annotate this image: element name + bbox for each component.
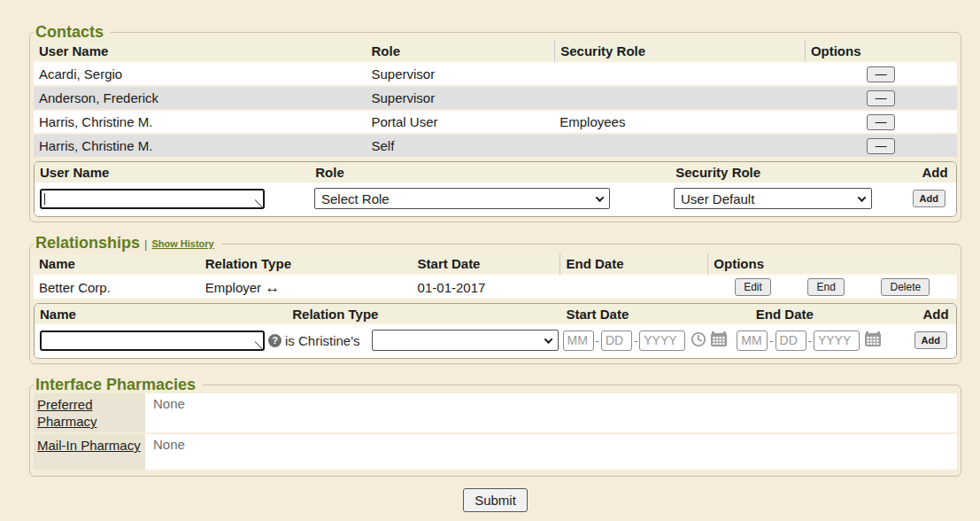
contact-role: Self — [366, 135, 554, 159]
relationship-row: Better Corp. Employer ↔ 01-01-2017 Edit … — [34, 276, 957, 300]
add-relationship-row: ? is Christine's - - - — [35, 324, 956, 358]
contact-role: Portal User — [366, 111, 554, 135]
contacts-title: Contacts — [35, 23, 104, 41]
relationships-legend: Relationships | Show History — [34, 234, 221, 253]
bidirectional-arrow-icon: ↔ — [265, 279, 280, 296]
add-relationship-header: Name Relation Type Start Date End Date A… — [35, 304, 956, 324]
relationship-edit-button[interactable]: Edit — [735, 278, 771, 296]
contact-role: Supervisor — [366, 87, 554, 111]
col-user-name: User Name — [34, 41, 366, 63]
legend-separator: | — [144, 237, 147, 251]
col-options: Options — [805, 41, 957, 63]
col-name: Name — [34, 253, 200, 276]
resize-grip-icon — [255, 341, 263, 349]
add-relationship-button[interactable]: Add — [914, 331, 947, 349]
col-relation-type: Relation Type — [200, 253, 413, 276]
relationship-end-button[interactable]: End — [807, 278, 844, 296]
end-day-input[interactable] — [776, 330, 806, 351]
relationships-section: Relationships | Show History Name Relati… — [29, 234, 961, 364]
relationship-type: Employer ↔ — [200, 276, 413, 300]
date-separator: - — [808, 334, 812, 347]
contact-role-selected-value: Select Role — [321, 191, 390, 206]
contact-row: Harris, Christine M. Portal User Employe… — [34, 111, 957, 135]
contact-user-name: Acardi, Sergio — [34, 63, 366, 87]
add-contact-box: User Name Role Security Role Add Select … — [34, 161, 957, 217]
contacts-section: Contacts User Name Role Security Role Op… — [29, 23, 961, 222]
contact-remove-button[interactable]: — — [867, 138, 895, 154]
relationships-title: Relationships — [35, 234, 140, 252]
contact-security-role — [554, 87, 805, 111]
add-relationship-box: Name Relation Type Start Date End Date A… — [34, 303, 957, 359]
submit-button[interactable]: Submit — [463, 488, 528, 512]
contacts-legend: Contacts — [34, 23, 111, 41]
date-separator: - — [596, 334, 599, 347]
pharmacies-section: Interface Pharmacies Preferred Pharmacy … — [29, 376, 961, 477]
text-caret — [44, 193, 45, 205]
contact-row: Anderson, Frederick Supervisor — — [34, 87, 957, 111]
chevron-down-icon — [596, 193, 605, 202]
pharmacy-row: Preferred Pharmacy None — [34, 393, 957, 434]
relationship-start-date: 01-01-2017 — [413, 276, 560, 300]
calendar-icon[interactable] — [864, 330, 882, 350]
end-month-input[interactable] — [737, 330, 768, 351]
mail-in-pharmacy-label: Mail-In Pharmacy — [34, 434, 145, 470]
col-start-date: Start Date — [413, 253, 560, 276]
col-end-date: End Date — [559, 253, 707, 276]
help-icon[interactable]: ? — [268, 334, 282, 347]
add-col-end-date: End Date — [751, 304, 915, 324]
contact-security-role-select[interactable]: User Default — [674, 188, 872, 209]
contact-user-name: Harris, Christine M. — [34, 135, 366, 159]
relation-type-label: Employer — [205, 280, 261, 295]
chevron-down-icon — [858, 193, 867, 202]
add-col-add: Add — [915, 304, 956, 324]
add-col-start-date: Start Date — [560, 304, 750, 324]
start-day-input[interactable] — [601, 330, 632, 351]
start-month-input[interactable] — [563, 330, 594, 351]
contact-remove-button[interactable]: — — [867, 90, 895, 106]
relationships-table: Name Relation Type Start Date End Date O… — [34, 253, 957, 300]
contact-role: Supervisor — [366, 63, 554, 87]
relationship-name: Better Corp. — [34, 276, 200, 300]
calendar-icon[interactable] — [710, 330, 728, 350]
contact-row: Harris, Christine M. Self — — [34, 135, 957, 159]
contact-role-select[interactable]: Select Role — [314, 188, 610, 209]
add-contact-header: User Name Role Security Role Add — [35, 162, 956, 183]
show-history-link[interactable]: Show History — [151, 238, 213, 249]
relationship-name-input[interactable] — [40, 330, 265, 351]
pharmacies-title: Interface Pharmacies — [35, 376, 196, 393]
contact-user-name: Harris, Christine M. — [34, 111, 366, 135]
preferred-pharmacy-value: None — [145, 393, 957, 432]
pharmacy-row: Mail-In Pharmacy None — [34, 434, 957, 471]
pharmacies-legend: Interface Pharmacies — [34, 376, 203, 393]
start-year-input[interactable] — [639, 330, 685, 351]
add-col-user-name: User Name — [35, 162, 310, 183]
add-col-name: Name — [35, 304, 287, 324]
relationship-delete-button[interactable]: Delete — [881, 278, 930, 296]
date-separator: - — [634, 334, 637, 347]
preferred-pharmacy-link[interactable]: Preferred Pharmacy — [37, 397, 97, 429]
relationship-helper-text: is Christine's — [285, 333, 360, 348]
contacts-table: User Name Role Security Role Options Aca… — [34, 41, 957, 159]
mail-in-pharmacy-link[interactable]: Mail-In Pharmacy — [37, 438, 141, 453]
resize-grip-icon — [255, 199, 263, 207]
add-col-role: Role — [310, 162, 670, 183]
contact-remove-button[interactable]: — — [867, 66, 895, 82]
relation-type-select[interactable] — [372, 330, 559, 351]
add-contact-button[interactable]: Add — [913, 190, 945, 207]
page: Contacts User Name Role Security Role Op… — [0, 0, 980, 512]
end-year-input[interactable] — [814, 330, 860, 351]
submit-row: Submit — [29, 488, 961, 512]
contact-security-role: Employees — [554, 111, 805, 135]
add-col-relation-type: Relation Type — [287, 304, 560, 324]
contacts-header-row: User Name Role Security Role Options — [34, 41, 957, 63]
clock-icon[interactable] — [691, 331, 706, 350]
preferred-pharmacy-label: Preferred Pharmacy — [34, 393, 145, 432]
col-role: Role — [366, 41, 554, 63]
contact-user-name-input[interactable] — [40, 189, 265, 209]
contact-security-role — [554, 135, 805, 159]
contact-security-role-selected-value: User Default — [681, 191, 754, 206]
contact-user-name: Anderson, Frederick — [34, 87, 366, 111]
date-separator: - — [769, 334, 773, 347]
contact-remove-button[interactable]: — — [867, 114, 895, 130]
col-security-role: Security Role — [554, 41, 805, 63]
